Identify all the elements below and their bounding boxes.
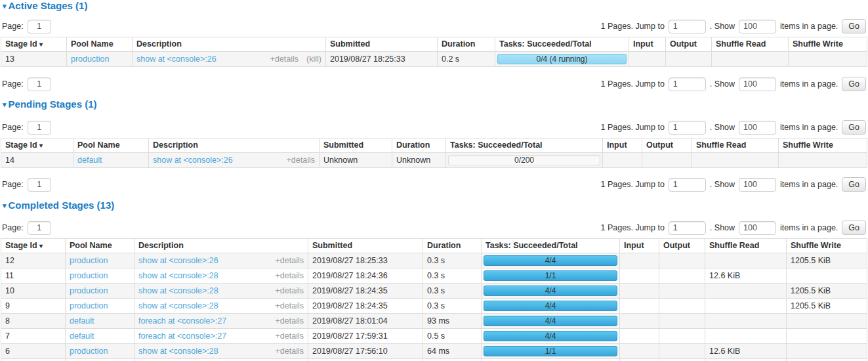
details-toggle[interactable]: +details xyxy=(276,316,304,326)
description-link[interactable]: show at <console>:26 xyxy=(136,54,217,64)
column-header-output[interactable]: Output xyxy=(666,37,712,52)
go-button[interactable]: Go xyxy=(842,120,866,135)
shuffle-read-cell xyxy=(705,299,787,314)
page-number-input[interactable] xyxy=(28,121,51,135)
column-header-pool-name[interactable]: Pool Name xyxy=(66,239,134,253)
page-number-input[interactable] xyxy=(28,77,51,91)
page-size-input[interactable] xyxy=(739,178,776,192)
column-header-submitted[interactable]: Submitted xyxy=(308,239,423,253)
pagination-row: Page: 1 Pages. Jump to . Show items in a… xyxy=(1,19,867,33)
jump-to-page-input[interactable] xyxy=(669,77,706,91)
column-header-submitted[interactable]: Submitted xyxy=(326,37,438,52)
column-header-output[interactable]: Output xyxy=(642,138,692,153)
pool-link[interactable]: production xyxy=(71,54,109,64)
pending-stages-toggle[interactable]: ▾Pending Stages (1) xyxy=(3,99,867,110)
column-header-duration[interactable]: Duration xyxy=(438,37,495,52)
go-button[interactable]: Go xyxy=(842,177,866,192)
column-header-pool-name[interactable]: Pool Name xyxy=(73,138,149,153)
go-button[interactable]: Go xyxy=(842,19,866,33)
page-size-input[interactable] xyxy=(739,77,776,91)
stage-row: 6 production show at <console>:28+detail… xyxy=(1,344,867,359)
column-header-stage-id[interactable]: Stage Id ▾ xyxy=(1,239,66,253)
column-header-shuffle-write[interactable]: Shuffle Write xyxy=(787,239,867,253)
jump-to-page-input[interactable] xyxy=(669,20,706,33)
page-label: Page: xyxy=(2,223,24,232)
page-size-input[interactable] xyxy=(739,20,776,33)
pool-link[interactable]: default xyxy=(77,156,102,165)
description-link[interactable]: show at <console>:28 xyxy=(138,347,218,356)
column-header-stage-id[interactable]: Stage Id ▾ xyxy=(1,138,73,153)
page-size-input[interactable] xyxy=(739,121,776,135)
column-header-duration[interactable]: Duration xyxy=(392,138,446,153)
column-header-tasks[interactable]: Tasks: Succeeded/Total xyxy=(495,37,629,52)
details-toggle[interactable]: +details xyxy=(276,256,304,266)
description-link[interactable]: foreach at <console>:27 xyxy=(138,316,226,326)
page-number-input[interactable] xyxy=(28,178,51,192)
stage-row: 5 production show at <console>:28+detail… xyxy=(1,359,867,361)
description-link[interactable]: show at <console>:28 xyxy=(138,271,218,281)
completed-stages-toggle[interactable]: ▾Completed Stages (13) xyxy=(3,200,867,211)
jump-to-page-input[interactable] xyxy=(669,221,706,235)
column-header-output[interactable]: Output xyxy=(659,239,705,253)
details-toggle[interactable]: +details xyxy=(270,54,299,64)
column-header-shuffle-write[interactable]: Shuffle Write xyxy=(779,138,867,153)
pool-name-cell: default xyxy=(66,329,134,344)
details-toggle[interactable]: +details xyxy=(276,347,304,356)
column-header-duration[interactable]: Duration xyxy=(423,239,482,253)
page-number-input[interactable] xyxy=(28,20,51,33)
pool-name-cell: production xyxy=(66,268,134,284)
submitted-cell: 2019/08/27 18:25:33 xyxy=(326,52,438,67)
details-toggle[interactable]: +details xyxy=(287,156,315,165)
column-header-submitted[interactable]: Submitted xyxy=(320,138,392,153)
task-progress-bar: 1/1 xyxy=(484,346,617,356)
section-title-text: Active Stages (1) xyxy=(9,0,88,11)
pool-link[interactable]: production xyxy=(70,256,108,265)
tasks-cell: 1/1 xyxy=(482,344,620,359)
pool-link[interactable]: default xyxy=(70,316,94,326)
jump-to-page-input[interactable] xyxy=(669,178,706,192)
completed-stages-section: ▾Completed Stages (13) Page: 1 Pages. Ju… xyxy=(1,200,867,361)
description-link[interactable]: show at <console>:28 xyxy=(138,301,218,311)
shuffle-write-cell: 1205.5 KiB xyxy=(787,359,867,361)
pages-count-text: 1 Pages. Jump to xyxy=(601,123,665,132)
column-header-input[interactable]: Input xyxy=(603,138,642,153)
kill-link[interactable]: (kill) xyxy=(306,54,321,64)
go-button[interactable]: Go xyxy=(842,77,866,91)
details-toggle[interactable]: +details xyxy=(276,271,304,281)
description-link[interactable]: show at <console>:26 xyxy=(138,256,218,266)
pool-link[interactable]: production xyxy=(70,286,108,295)
column-header-input[interactable]: Input xyxy=(629,37,666,52)
column-header-pool-name[interactable]: Pool Name xyxy=(67,37,133,52)
pool-link[interactable]: production xyxy=(70,347,108,356)
duration-cell: 0.2 s xyxy=(438,52,495,67)
description-link[interactable]: show at <console>:26 xyxy=(153,156,233,165)
column-header-shuffle-write[interactable]: Shuffle Write xyxy=(789,37,867,52)
details-toggle[interactable]: +details xyxy=(276,286,304,296)
column-header-shuffle-read[interactable]: Shuffle Read xyxy=(712,37,789,52)
task-progress-label: 4/4 xyxy=(545,286,556,295)
pending-stages-table: Stage Id ▾ Pool Name Description Submitt… xyxy=(1,138,867,168)
page-number-input[interactable] xyxy=(28,221,51,235)
pool-link[interactable]: default xyxy=(70,331,94,341)
column-header-shuffle-read[interactable]: Shuffle Read xyxy=(692,138,779,153)
column-header-input[interactable]: Input xyxy=(620,239,659,253)
column-header-stage-id[interactable]: Stage Id ▾ xyxy=(1,37,67,52)
input-cell xyxy=(620,268,659,284)
description-link[interactable]: foreach at <console>:27 xyxy=(138,331,226,341)
details-toggle[interactable]: +details xyxy=(276,331,304,341)
jump-to-page-input[interactable] xyxy=(669,121,706,135)
column-header-description[interactable]: Description xyxy=(134,239,308,253)
pool-link[interactable]: production xyxy=(70,271,108,280)
column-header-shuffle-read[interactable]: Shuffle Read xyxy=(705,239,787,253)
column-header-tasks[interactable]: Tasks: Succeeded/Total xyxy=(482,239,620,253)
details-toggle[interactable]: +details xyxy=(276,301,304,311)
active-stages-toggle[interactable]: ▾Active Stages (1) xyxy=(3,1,867,12)
pagination-row: Page: 1 Pages. Jump to . Show items in a… xyxy=(1,177,867,192)
pool-link[interactable]: production xyxy=(70,301,108,310)
go-button[interactable]: Go xyxy=(842,221,866,235)
column-header-description[interactable]: Description xyxy=(149,138,320,153)
page-size-input[interactable] xyxy=(739,221,776,235)
column-header-tasks[interactable]: Tasks: Succeeded/Total xyxy=(446,138,603,153)
column-header-description[interactable]: Description xyxy=(133,37,326,52)
description-link[interactable]: show at <console>:28 xyxy=(138,286,218,296)
